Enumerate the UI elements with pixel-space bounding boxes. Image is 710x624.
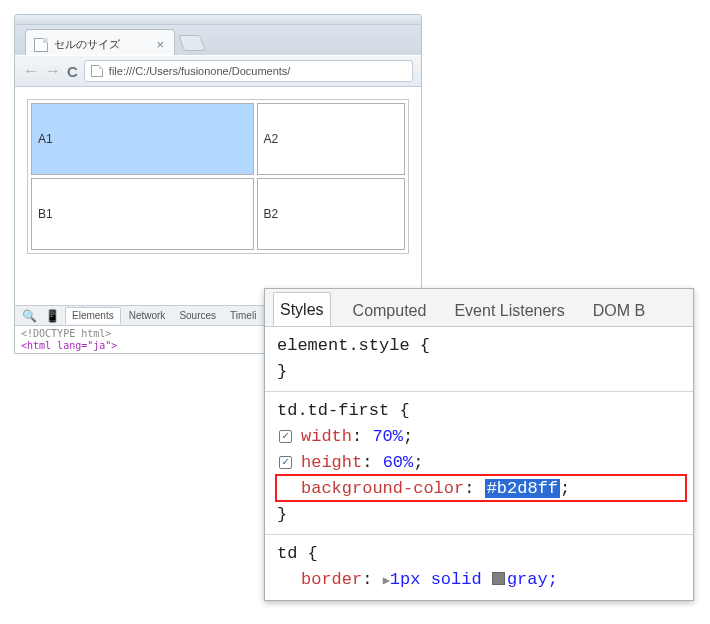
css-declaration[interactable]: border: ▶1px solid gray; [277,567,681,594]
cell-a2: A2 [257,103,405,175]
css-rule: td.td-first { ✓ width: 70%; ✓ height: 60… [265,392,693,535]
styles-panel-body: element.style { } td.td-first { ✓ width:… [265,327,693,600]
device-icon[interactable]: 📱 [42,309,63,323]
cell-b1: B1 [31,178,254,250]
brace-open: { [399,401,409,420]
css-prop-value: 60% [383,453,414,472]
css-declaration[interactable]: ✓ width: 70%; [277,424,681,450]
css-prop-value-tail: gray; [507,570,558,589]
forward-button[interactable]: → [45,62,61,80]
demo-table: A1 A2 B1 B2 [27,99,409,254]
page-viewport: A1 A2 B1 B2 [15,87,421,305]
browser-toolbar: ← → C file:///C:/Users/fusionone/Documen… [15,55,421,87]
cell-a1: A1 [31,103,254,175]
css-prop-name: height [301,453,362,472]
css-prop-value-editing[interactable]: #b2d8ff [485,479,560,498]
css-declaration[interactable]: ✓ height: 60%; [277,450,681,476]
styles-panel-tabs: Styles Computed Event Listeners DOM B [265,289,693,327]
css-selector: td [277,544,297,563]
address-bar[interactable]: file:///C:/Users/fusionone/Documents/ [84,60,413,82]
expand-shorthand-icon[interactable]: ▶ [383,574,390,588]
brace-close: } [277,362,287,381]
devtools-tab-timeline[interactable]: Timeli [224,308,262,323]
css-prop-name: background-color [301,479,464,498]
new-tab-button[interactable] [178,35,206,51]
table-row: A1 A2 [31,103,405,175]
css-prop-name: border [301,570,362,589]
browser-tab[interactable]: セルのサイズ × [25,29,175,55]
styles-panel: Styles Computed Event Listeners DOM B el… [264,288,694,601]
color-swatch[interactable] [492,572,505,585]
css-selector: element.style [277,336,410,355]
css-prop-value: 70% [372,427,403,446]
tab-dom-breakpoints[interactable]: DOM B [587,294,651,326]
css-declaration[interactable]: background-color: #b2d8ff; [277,476,681,502]
window-titlebar [15,15,421,25]
reload-button[interactable]: C [67,63,78,80]
tab-event-listeners[interactable]: Event Listeners [448,294,570,326]
page-icon [34,38,48,52]
close-tab-button[interactable]: × [156,38,164,51]
css-rule: td { border: ▶1px solid gray; [265,535,693,600]
tab-strip: セルのサイズ × [15,25,421,55]
brace-open: { [420,336,430,355]
devtools-tab-sources[interactable]: Sources [173,308,222,323]
table-row: B1 B2 [31,178,405,250]
cell-b2: B2 [257,178,405,250]
tab-title: セルのサイズ [54,37,120,52]
css-rule: element.style { } [265,327,693,392]
css-selector: td.td-first [277,401,389,420]
url-text: file:///C:/Users/fusionone/Documents/ [109,65,291,77]
tab-styles[interactable]: Styles [273,292,331,326]
css-prop-value: 1px solid [390,570,482,589]
css-prop-name: width [301,427,352,446]
devtools-tab-network[interactable]: Network [123,308,172,323]
brace-close: } [277,505,287,524]
devtools-tab-elements[interactable]: Elements [65,307,121,324]
toggle-prop-checkbox[interactable]: ✓ [279,456,292,469]
page-icon [91,65,103,77]
search-icon[interactable]: 🔍 [19,309,40,323]
back-button[interactable]: ← [23,62,39,80]
toggle-prop-checkbox[interactable]: ✓ [279,430,292,443]
brace-open: { [308,544,318,563]
tab-computed[interactable]: Computed [347,294,433,326]
